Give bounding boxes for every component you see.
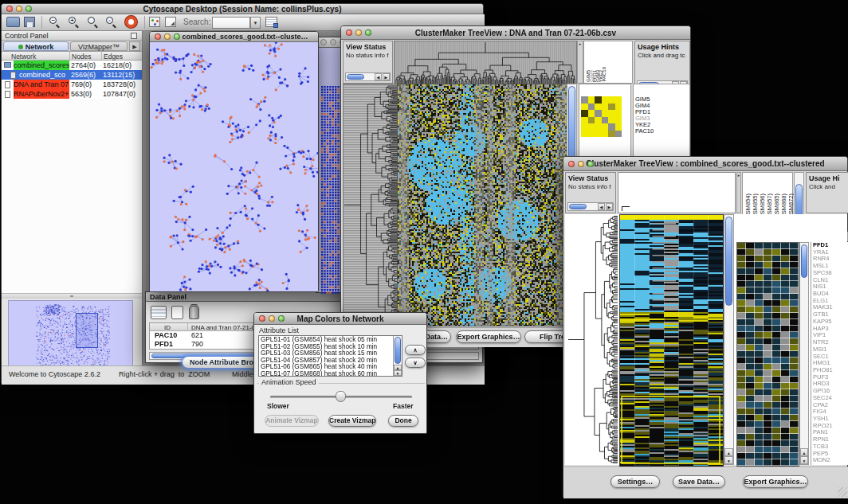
gene-label[interactable]: GPI16 [813, 388, 848, 395]
scroll-right-button[interactable]: ▶ [383, 73, 390, 80]
zoom-window-icon[interactable] [587, 161, 594, 167]
zoom-window-icon[interactable] [174, 33, 180, 40]
gene-label[interactable]: PEP5 [813, 451, 848, 458]
gene-label[interactable]: SEC1 [813, 354, 848, 361]
scrollbar-thumb[interactable] [725, 217, 732, 306]
scrollbar-thumb[interactable] [395, 337, 401, 364]
animation-slider-thumb[interactable] [336, 391, 346, 402]
scroll-up-button[interactable]: ▲ [724, 448, 733, 456]
new-attribute-button[interactable] [171, 306, 183, 319]
treeview2-vscrollbar[interactable]: ▲ ▼ [724, 214, 734, 465]
gene-label[interactable]: MSI1 [813, 346, 848, 354]
network-overview-button[interactable] [149, 17, 160, 27]
zoom-actual-button[interactable]: ▫ [105, 16, 117, 28]
delete-attribute-button[interactable] [189, 306, 199, 319]
gene-label[interactable]: BUD4 [813, 291, 848, 298]
close-icon[interactable] [346, 29, 352, 36]
create-vizmap-button[interactable]: Create Vizmap [328, 415, 376, 427]
main-title-bar[interactable]: Cytoscape Desktop (Session Name: collins… [2, 4, 483, 14]
zoom-out-button[interactable]: − [49, 16, 61, 28]
zoom-in-button[interactable]: + [68, 16, 80, 28]
button-settings-[interactable]: Settings… [610, 475, 660, 488]
attribute-list-scrollbar[interactable]: ▲ ▼ [393, 336, 402, 376]
tab-network[interactable]: Network [3, 41, 69, 51]
gene-label[interactable]: PAC10 [634, 128, 689, 135]
button-export-graphics-[interactable]: Export Graphics… [743, 475, 808, 488]
search-dropdown-button[interactable]: ▼ [250, 17, 261, 29]
zoom-window-icon[interactable] [278, 315, 285, 322]
treeview1-heatmap[interactable] [397, 84, 568, 326]
scroll-up-button[interactable]: ▲ [800, 448, 808, 456]
close-icon[interactable] [155, 33, 161, 40]
zoom-window-icon[interactable] [365, 29, 371, 36]
treeview2-zoom-vscrollbar[interactable]: ▲ ▼ [799, 242, 809, 465]
gene-label[interactable]: NTR2 [813, 339, 848, 346]
gene-label[interactable]: TCB3 [813, 443, 848, 451]
done-button[interactable]: Done [388, 415, 418, 427]
treeview2-label-strip[interactable]: ▸ [736, 172, 741, 213]
treeview2-heatmap[interactable] [619, 214, 724, 467]
gene-label[interactable]: MON2 [813, 457, 848, 464]
col-header-edges[interactable]: Edges [104, 53, 123, 61]
animate-vizmap-button[interactable]: Animate Vizmap [265, 415, 319, 427]
close-icon[interactable] [320, 39, 327, 45]
scroll-left-button[interactable]: ◀ [598, 203, 605, 210]
gene-label[interactable]: ELG1 [813, 298, 848, 305]
scrollbar-thumb[interactable] [347, 74, 364, 80]
zoom-fit-button[interactable] [87, 16, 99, 28]
annotation-button[interactable] [165, 17, 176, 27]
gene-label[interactable]: CLN1 [813, 277, 848, 284]
zoom-window-icon[interactable] [26, 6, 32, 12]
attribute-listbox[interactable]: GPL51-01 (GSM854) heat shock 05 minGPL51… [258, 335, 402, 377]
scroll-down-button[interactable]: ▼ [724, 456, 733, 464]
minimize-icon[interactable] [164, 33, 171, 40]
gene-label[interactable]: HRD3 [813, 381, 848, 388]
tab-vizmapper[interactable]: VizMapper™ [70, 41, 128, 51]
overview-viewport-rect[interactable] [76, 313, 98, 348]
gene-label[interactable]: KAP95 [813, 318, 848, 326]
gene-label[interactable]: RPO21 [813, 423, 848, 430]
gene-label[interactable]: VIP1 [813, 332, 848, 339]
treeview1-label-strip[interactable]: ▸ [577, 41, 583, 84]
minimize-icon[interactable] [355, 29, 362, 36]
gene-label[interactable]: FIG4 [813, 408, 848, 416]
move-up-button[interactable]: ∧ [405, 345, 426, 355]
treeview1-zoom-heatmap[interactable] [581, 96, 622, 137]
network-overview-panel[interactable] [8, 300, 133, 369]
treeview2-row-dendrogram[interactable] [565, 214, 618, 465]
col-header-nodes[interactable]: Nodes [72, 53, 92, 61]
float-panel-icon[interactable] [131, 33, 137, 39]
minimize-icon[interactable] [269, 315, 275, 322]
id-column-header[interactable]: ID [164, 324, 171, 331]
attribute-select-button[interactable] [151, 306, 167, 319]
minimize-icon[interactable] [16, 6, 22, 12]
value-column-header[interactable]: DNA and Tran 07-21-06( [191, 324, 261, 331]
treeview2-zoom-heatmap[interactable] [736, 242, 799, 467]
gene-label[interactable]: GTB1 [813, 311, 848, 318]
treeview1-column-dendrogram[interactable] [394, 41, 577, 85]
scroll-down-button[interactable]: ▼ [800, 456, 808, 464]
attribute-item[interactable]: GPL51-07 (GSM868) heat shock 60 min [259, 371, 393, 377]
resize-grip[interactable] [838, 487, 847, 497]
scrollbar-thumb[interactable] [569, 204, 587, 209]
gene-label[interactable]: RPN1 [813, 436, 848, 443]
scroll-down-button[interactable]: ▼ [394, 370, 402, 376]
network-list-row[interactable]: combined_sco2569(6)13112(15) [2, 70, 142, 80]
gene-label[interactable]: YRA1 [813, 249, 848, 256]
view-status-scrollbar[interactable]: ◀ ▶ [345, 72, 391, 81]
treeview2-title-bar[interactable]: ClusterMaker TreeView : combined_scores_… [563, 157, 847, 171]
close-icon[interactable] [6, 6, 13, 12]
open-session-button[interactable] [6, 17, 20, 27]
help-lifesaver-icon[interactable] [125, 16, 137, 28]
gene-label[interactable]: PFD1 [813, 242, 848, 249]
panel-divider[interactable] [2, 294, 142, 299]
gene-label[interactable]: MAK31 [813, 304, 848, 311]
close-icon[interactable] [259, 315, 265, 322]
treeview1-row-dendrogram[interactable] [343, 84, 398, 326]
gene-label[interactable]: PUF3 [813, 374, 848, 381]
network-list-row[interactable]: DNA and Tran 07769(0)183728(0) [2, 80, 142, 89]
network-list-row[interactable]: RNAPuberNov2+I563(0)107847(0) [2, 89, 142, 99]
close-icon[interactable] [568, 161, 575, 167]
scroll-right-button[interactable]: ▶ [606, 203, 613, 210]
gene-label[interactable]: HMG1 [813, 360, 848, 367]
